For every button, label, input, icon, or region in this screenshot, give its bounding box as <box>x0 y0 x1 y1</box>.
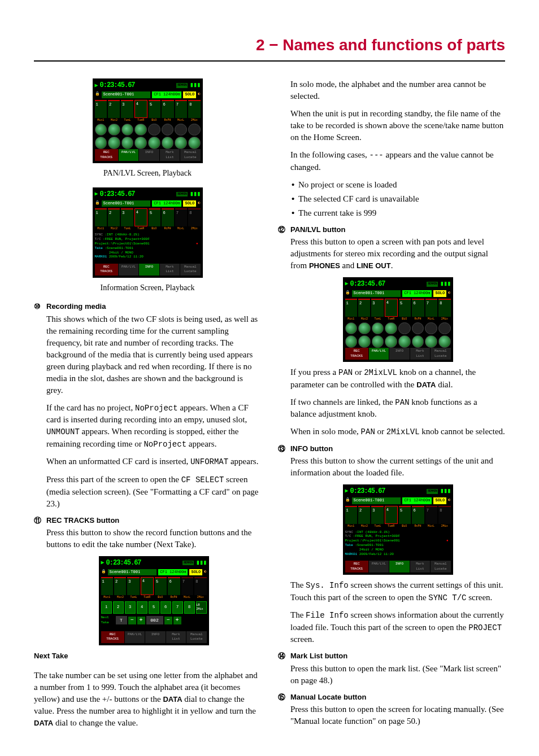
para: Press this button to open the screen for… <box>290 703 505 727</box>
para: Press this button to open a screen with … <box>290 236 505 272</box>
dial-icon: ◐ <box>448 290 450 297</box>
next-take-row: Next Take T −+ 002 −+ <box>101 615 207 625</box>
remain-badge: REMAIN <box>182 561 194 565</box>
remain-badge: REMAIN <box>427 489 438 493</box>
time-counter: 0:23:45.67 <box>106 558 181 568</box>
time-counter: 0:23:45.67 <box>100 190 175 199</box>
scene-name: Scene001-T001 <box>102 91 151 98</box>
battery-icon: ▮▮▮ <box>196 558 207 568</box>
lvl-knobs <box>345 335 451 348</box>
remain-badge: REMAIN <box>176 192 188 196</box>
item-13-body: Press this button to show the current se… <box>278 455 505 645</box>
item-11-body: Press this button to show the record fun… <box>34 527 261 645</box>
solo-badge: SOLO <box>189 569 202 576</box>
remain-badge: REMAIN <box>427 282 438 286</box>
channel-names: Mic1Mic2TomLTomR BiORcPHMixL2Mix <box>101 596 207 600</box>
item-10-body: This shows which of the two CF slots is … <box>34 313 261 510</box>
channel-meters <box>345 299 451 317</box>
scene-name: Scene001-T001 <box>102 200 151 207</box>
content-columns: ▶ 0:23:45.67 REMAIN ▮▮▮ 🔒 Scene001-T001 … <box>34 78 505 737</box>
screenshot-info-playback: ▶ 0:23:45.67 REMAIN ▮▮▮ 🔒 Scene001-T001 … <box>93 187 203 278</box>
para: Press this button to show the record fun… <box>46 527 261 550</box>
lock-icon: 🔒 <box>101 569 106 576</box>
dial-icon: ◐ <box>198 200 200 207</box>
cf-badge: CF1 124h00m <box>402 497 432 504</box>
para: When in solo mode, PAN or 2MixLVL knob c… <box>290 426 505 438</box>
caption-info: Information Screen, Playback <box>34 282 261 294</box>
para: When an unformatted CF card is inserted,… <box>46 456 261 468</box>
cf-badge: CF1 124h00m <box>152 200 181 207</box>
item-11-heading: ⑪ REC TRACKS button <box>34 515 261 526</box>
cf-badge: CF1 124h00m <box>402 290 432 297</box>
solo-badge: SOLO <box>433 290 446 297</box>
cf-badge: CF1 124h00m <box>158 569 188 576</box>
rec-buttons: 1234 5678 LR 2Mix <box>101 601 207 614</box>
play-icon: ▶ <box>95 190 98 198</box>
screenshot-info-item13: ▶ 0:23:45.67 REMAIN ▮▮▮ 🔒 Scene001-T001 … <box>343 484 453 575</box>
para: The Sys. Info screen shows the current s… <box>290 579 505 604</box>
scene-name: Scene001-T001 <box>108 569 157 576</box>
bottom-tabs: REC TRACKS PAN/LVL INFO Mark List Manual… <box>95 149 201 161</box>
channel-meters <box>95 208 201 226</box>
left-column: ▶ 0:23:45.67 REMAIN ▮▮▮ 🔒 Scene001-T001 … <box>34 78 261 737</box>
channel-names: Mic1Mic2TomLTomR BiORcPHMixL2Mix <box>345 525 451 528</box>
play-icon: ▶ <box>101 559 104 567</box>
battery-icon: ▮▮▮ <box>190 190 201 199</box>
dial-icon: ◐ <box>448 497 450 504</box>
item-12-heading: ⑫ PAN/LVL button <box>278 225 505 235</box>
battery-icon: ▮▮▮ <box>440 279 451 289</box>
screenshot-panlvl-item12: ▶ 0:23:45.67 REMAIN ▮▮▮ 🔒 Scene001-T001 … <box>343 277 453 362</box>
play-icon: ▶ <box>345 487 348 495</box>
para: When the unit is put in recording standb… <box>290 108 505 143</box>
lvl-knobs <box>95 137 201 149</box>
bullet-list: No project or scene is loaded The select… <box>290 179 505 219</box>
item-15-body: Press this button to open the screen for… <box>278 703 505 727</box>
page: 2 − Names and functions of parts ▶ 0:23:… <box>0 0 539 756</box>
play-icon: ▶ <box>95 82 98 90</box>
bottom-tabs: REC TRACKS PAN/LVL INFO Mark List Manual… <box>345 561 451 573</box>
para: If you press a PAN or 2MixLVL knob on a … <box>290 366 505 391</box>
scene-name: Scene001-T001 <box>352 290 401 297</box>
dial-icon: ◐ <box>198 91 200 98</box>
solo-badge: SOLO <box>433 497 446 504</box>
time-counter: 0:23:45.67 <box>350 487 425 496</box>
info-rows: SYNC :INT (48kHz-0.1%) T/C :FREE RUN, Pr… <box>95 233 201 259</box>
item-12-body: Press this button to open a screen with … <box>278 236 505 438</box>
item-13-heading: ⑬ INFO button <box>278 444 505 454</box>
next-take-heading: Next Take <box>34 651 261 661</box>
cf-badge: CF1 124h00m <box>152 91 181 98</box>
channel-meters <box>95 100 201 118</box>
para: Press this button to open the mark list.… <box>290 663 505 687</box>
lock-icon: 🔒 <box>95 200 100 207</box>
para: The File Info screen shows information a… <box>290 609 505 645</box>
channel-names: Mic1Mic2TomLTomR BiORcPHMixL2Mix <box>95 119 201 123</box>
continuation-body: In solo mode, the alphabet and the numbe… <box>278 78 505 219</box>
channel-meters <box>101 577 207 595</box>
para: In the following cases, --- appears and … <box>290 149 505 173</box>
caption-panlvl: PAN/LVL Screen, Playback <box>34 168 261 179</box>
battery-icon: ▮▮▮ <box>190 81 201 90</box>
pan-knobs <box>345 322 451 335</box>
item-10-heading: ⑩ Recording media <box>34 301 261 312</box>
list-item: No project or scene is loaded <box>290 179 505 191</box>
remain-badge: REMAIN <box>176 83 188 88</box>
bottom-tabs: REC TRACKS PAN/LVL INFO Mark List Manual… <box>101 631 207 643</box>
list-item: The current take is 999 <box>290 207 505 219</box>
info-rows: SYNC :INT (48kHz-0.1%) T/C :FREE RUN, Pr… <box>345 530 451 557</box>
lock-icon: 🔒 <box>345 497 350 504</box>
channel-names: Mic1Mic2TomLTomR BiORcPHMixL2Mix <box>95 227 201 231</box>
para: This shows which of the two CF slots is … <box>46 313 261 396</box>
play-icon: ▶ <box>345 280 348 288</box>
list-item: The selected CF card is unavailable <box>290 193 505 205</box>
bottom-tabs: REC TRACKS PAN/LVL INFO Mark List Manual… <box>345 348 451 360</box>
scene-name: Scene001-T001 <box>352 497 401 504</box>
time-counter: 0:23:45.67 <box>350 279 425 289</box>
solo-badge: SOLO <box>183 200 196 207</box>
para: In solo mode, the alphabet and the numbe… <box>290 78 505 102</box>
lock-icon: 🔒 <box>345 290 350 297</box>
item-15-heading: ⑮ Manual Locate button <box>278 692 505 702</box>
para: If the card has no project, NoProject ap… <box>46 402 261 451</box>
screenshot-rec-tracks: ▶ 0:23:45.67 REMAIN ▮▮▮ 🔒 Scene001-T001 … <box>99 556 209 645</box>
pan-knobs <box>95 124 201 136</box>
para: The take number can be set using one let… <box>34 670 261 729</box>
